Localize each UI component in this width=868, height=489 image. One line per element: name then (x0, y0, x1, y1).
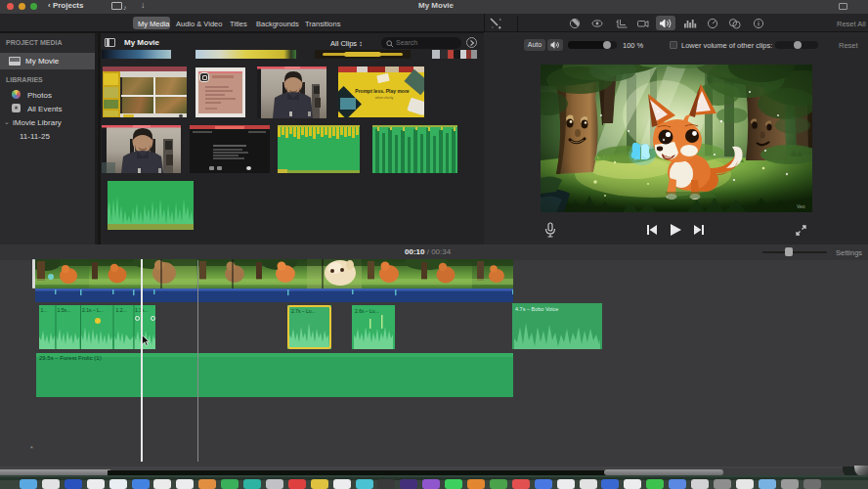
svg-text:1...: 1... (41, 307, 48, 313)
svg-text:1.2...: 1.2... (116, 307, 127, 313)
svg-text:2.1s – L...: 2.1s – L... (82, 307, 104, 313)
svg-text:1.5s...: 1.5s... (58, 307, 71, 313)
svg-text:2.6s – Lu...: 2.6s – Lu... (355, 308, 379, 314)
svg-text:2.7s – Lu...: 2.7s – Lu... (291, 308, 316, 314)
svg-text:4.7s – Bobo Voice: 4.7s – Bobo Voice (515, 306, 558, 312)
svg-text:Veo: Veo (797, 203, 805, 209)
